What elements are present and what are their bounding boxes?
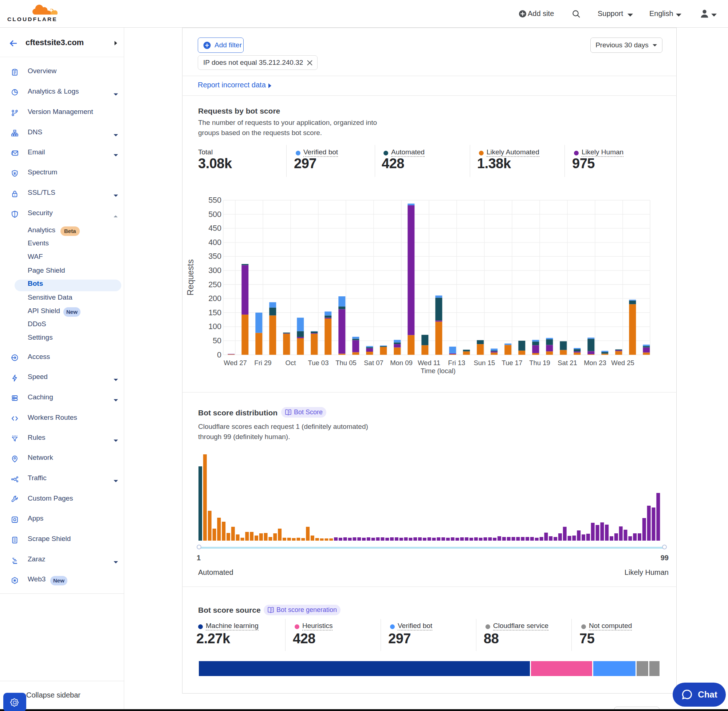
- svg-text:Sat 21: Sat 21: [558, 359, 577, 367]
- svg-text:Fri 29: Fri 29: [254, 359, 271, 367]
- svg-text:0: 0: [217, 351, 222, 359]
- svg-text:Tue 03: Tue 03: [308, 359, 329, 367]
- svg-text:Requests: Requests: [186, 259, 195, 295]
- svg-text:Time (local): Time (local): [421, 367, 456, 375]
- svg-text:Mon 23: Mon 23: [584, 359, 606, 367]
- svg-text:Sun 15: Sun 15: [474, 359, 495, 367]
- svg-text:250: 250: [208, 280, 222, 289]
- svg-text:50: 50: [213, 336, 222, 345]
- svg-text:400: 400: [208, 238, 222, 247]
- svg-text:350: 350: [208, 252, 222, 261]
- svg-text:Mon 09: Mon 09: [390, 359, 413, 367]
- svg-text:Wed 11: Wed 11: [418, 359, 440, 367]
- svg-text:500: 500: [208, 210, 222, 219]
- svg-text:550: 550: [208, 196, 222, 205]
- svg-text:Fri 13: Fri 13: [448, 359, 465, 367]
- svg-text:300: 300: [208, 266, 222, 275]
- svg-text:Wed 27: Wed 27: [224, 359, 247, 367]
- svg-text:Sat 07: Sat 07: [364, 359, 384, 367]
- svg-text:Wed 25: Wed 25: [611, 359, 634, 367]
- svg-text:100: 100: [208, 322, 222, 331]
- svg-text:150: 150: [208, 308, 222, 317]
- svg-text:200: 200: [208, 294, 222, 303]
- svg-text:Oct: Oct: [285, 359, 296, 367]
- svg-text:450: 450: [208, 224, 222, 233]
- svg-text:Thu 19: Thu 19: [529, 359, 550, 367]
- svg-text:Thu 05: Thu 05: [335, 359, 357, 367]
- svg-text:Tue 17: Tue 17: [502, 359, 523, 367]
